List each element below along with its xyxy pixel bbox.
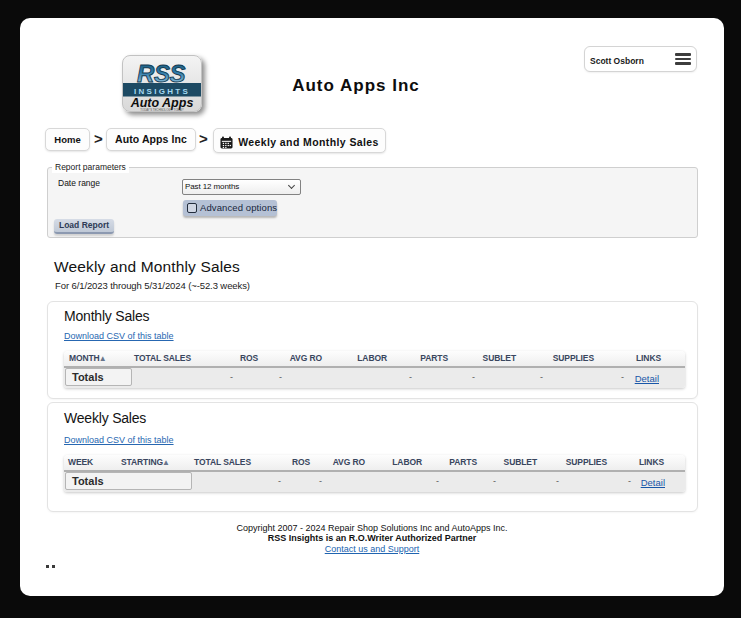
svg-text:INSIGHTS: INSIGHTS	[134, 87, 190, 96]
svg-text:TODAY'S TECHNOLOGY, TODAY!: TODAY'S TECHNOLOGY, TODAY!	[140, 108, 184, 112]
svg-text:RSS: RSS	[137, 60, 185, 87]
